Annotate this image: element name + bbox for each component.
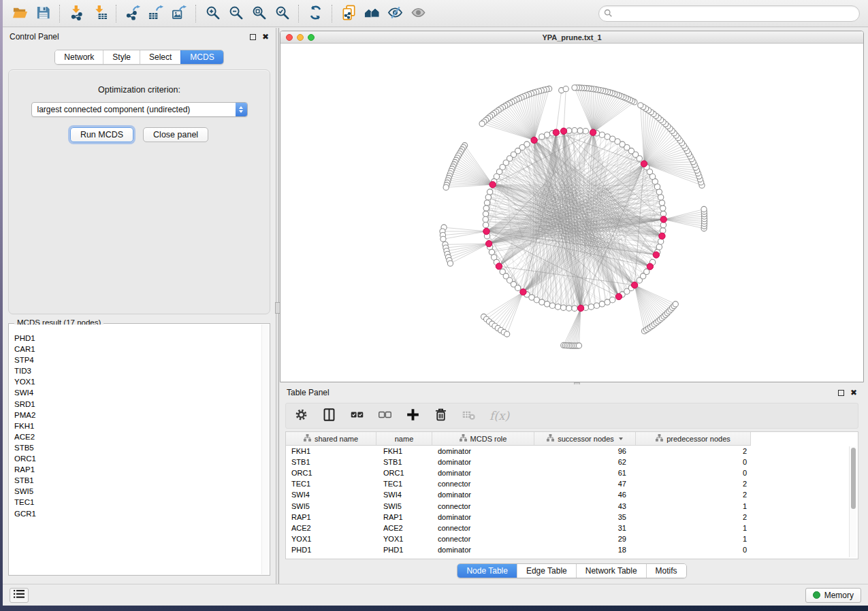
result-list-item[interactable]: FKH1 xyxy=(10,420,269,431)
ring-node[interactable] xyxy=(539,134,545,139)
table-row[interactable]: YOX1YOX1connector291 xyxy=(286,533,858,544)
ring-node[interactable] xyxy=(555,304,560,310)
float-panel-icon[interactable] xyxy=(838,390,844,396)
tab-network-table[interactable]: Network Table xyxy=(576,564,646,578)
table-row[interactable]: STB1STB1dominator620 xyxy=(286,457,858,467)
table-cell[interactable]: ORC1 xyxy=(286,469,376,477)
ring-node[interactable] xyxy=(658,239,663,244)
table-cell[interactable]: connector xyxy=(432,502,534,510)
dominator-node[interactable] xyxy=(660,216,666,222)
ring-node[interactable] xyxy=(660,211,666,216)
table-cell[interactable]: 2 xyxy=(636,513,751,521)
table-cell[interactable]: 0 xyxy=(636,546,751,554)
table-cell[interactable]: TEC1 xyxy=(286,480,376,488)
ring-node[interactable] xyxy=(483,222,488,227)
ring-node[interactable] xyxy=(483,216,488,222)
table-row[interactable]: TEC1TEC1connector472 xyxy=(286,478,858,489)
table-cell[interactable]: 1 xyxy=(636,502,751,510)
ring-node[interactable] xyxy=(544,132,549,137)
result-list-item[interactable]: CAR1 xyxy=(10,344,269,354)
dominator-node[interactable] xyxy=(560,128,566,134)
ring-node[interactable] xyxy=(539,299,545,305)
export-image-button[interactable] xyxy=(167,3,191,24)
result-list-item[interactable]: RAP1 xyxy=(10,464,269,475)
table-cell[interactable]: 18 xyxy=(534,546,636,554)
result-list-scrollbar[interactable] xyxy=(261,325,269,574)
dominator-node[interactable] xyxy=(647,263,653,269)
ring-node[interactable] xyxy=(572,306,577,311)
close-panel-button[interactable]: Close panel xyxy=(143,127,208,142)
leaf-node[interactable] xyxy=(479,121,485,127)
table-row[interactable]: FKH1FKH1dominator962 xyxy=(286,446,858,457)
result-list-item[interactable]: ACE2 xyxy=(10,431,269,442)
result-list-item[interactable]: PHD1 xyxy=(10,333,269,344)
table-row[interactable]: ORC1ORC1dominator610 xyxy=(286,467,858,478)
table-row[interactable]: SWI5SWI5connector431 xyxy=(286,500,858,511)
ring-node[interactable] xyxy=(599,132,605,137)
table-cell[interactable]: dominator xyxy=(432,447,534,455)
ring-node[interactable] xyxy=(484,200,489,205)
add-column-button[interactable] xyxy=(406,408,420,424)
table-cell[interactable]: dominator xyxy=(432,491,534,499)
dominator-node[interactable] xyxy=(659,233,665,239)
table-row[interactable]: PHD1PHD1dominator180 xyxy=(286,544,858,555)
table-cell[interactable]: 0 xyxy=(636,458,751,466)
table-cell[interactable]: YOX1 xyxy=(376,535,432,543)
ring-node[interactable] xyxy=(549,303,555,308)
table-cell[interactable]: connector xyxy=(432,480,534,488)
leaf-node[interactable] xyxy=(673,301,678,307)
table-cell[interactable]: YOX1 xyxy=(286,535,376,543)
table-cell[interactable]: PHD1 xyxy=(286,546,376,554)
close-panel-icon[interactable]: ✖ xyxy=(262,34,269,40)
table-cell[interactable]: 43 xyxy=(534,502,636,510)
leaf-node[interactable] xyxy=(563,86,568,92)
network-canvas[interactable] xyxy=(280,44,863,382)
ring-node[interactable] xyxy=(560,305,566,310)
column-header-predecessor-nodes[interactable]: predecessor nodes xyxy=(636,432,751,445)
search-input[interactable] xyxy=(598,5,860,22)
refresh-button[interactable] xyxy=(304,3,327,24)
table-scrollbar[interactable] xyxy=(849,446,856,557)
leaf-node[interactable] xyxy=(504,331,510,337)
import-table-button[interactable] xyxy=(88,3,111,24)
zoom-fit-button[interactable] xyxy=(247,3,270,24)
open-session-button[interactable] xyxy=(8,3,31,24)
ring-node[interactable] xyxy=(485,195,491,200)
network-overview-button[interactable] xyxy=(360,3,383,24)
result-list-item[interactable]: SWI5 xyxy=(10,486,269,497)
table-cell[interactable]: SWI4 xyxy=(286,491,376,499)
dominator-node[interactable] xyxy=(531,137,537,143)
result-list-item[interactable]: PMA2 xyxy=(10,410,269,420)
ring-node[interactable] xyxy=(588,304,594,310)
result-list-item[interactable]: SRD1 xyxy=(10,399,269,410)
column-header-successor-nodes[interactable]: successor nodes xyxy=(534,432,636,445)
column-header-MCDS-role[interactable]: MCDS role xyxy=(432,432,534,445)
ring-node[interactable] xyxy=(609,297,615,303)
ring-node[interactable] xyxy=(659,200,664,205)
result-list-item[interactable]: YOX1 xyxy=(10,376,269,387)
task-history-button[interactable] xyxy=(10,588,29,603)
table-cell[interactable]: 31 xyxy=(534,524,636,532)
result-list-item[interactable]: SWI4 xyxy=(10,387,269,398)
table-settings-button[interactable] xyxy=(294,408,308,424)
leaf-node[interactable] xyxy=(440,236,446,242)
tab-motifs[interactable]: Motifs xyxy=(646,564,686,578)
tab-edge-table[interactable]: Edge Table xyxy=(517,564,576,578)
ring-node[interactable] xyxy=(656,244,662,250)
ring-node[interactable] xyxy=(483,211,488,216)
run-mcds-button[interactable]: Run MCDS xyxy=(70,127,133,142)
table-cell[interactable]: SWI5 xyxy=(376,502,432,510)
result-list-item[interactable]: STB5 xyxy=(10,442,269,453)
ring-node[interactable] xyxy=(483,205,489,211)
dominator-node[interactable] xyxy=(641,161,647,167)
column-header-name[interactable]: name xyxy=(376,432,432,445)
zoom-selected-button[interactable] xyxy=(270,3,293,24)
table-cell[interactable]: FKH1 xyxy=(376,447,432,455)
table-cell[interactable]: 46 xyxy=(534,491,636,499)
ring-node[interactable] xyxy=(577,128,583,133)
table-cell[interactable]: 29 xyxy=(534,535,636,543)
result-list-item[interactable]: TID3 xyxy=(10,365,269,376)
ring-node[interactable] xyxy=(660,222,666,227)
dominator-node[interactable] xyxy=(590,129,596,135)
delete-table-button[interactable] xyxy=(462,408,476,424)
